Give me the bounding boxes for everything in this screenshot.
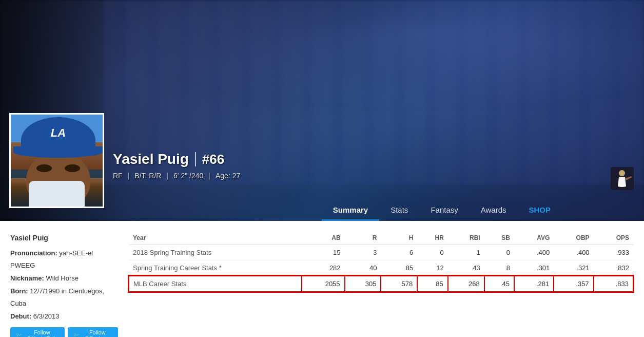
- cell-year: MLB Career Stats: [129, 276, 302, 292]
- cell-ab: 282: [302, 260, 345, 276]
- cell-obp: .400: [554, 245, 593, 260]
- bio-pronunciation: Pronunciation: yah-SEE-el PWEEG: [10, 247, 118, 272]
- tab-awards[interactable]: Awards: [470, 200, 518, 221]
- col-ab: AB: [302, 231, 345, 245]
- twitter-icon-2: 🐦: [73, 332, 80, 337]
- cell-rbi: 268: [448, 276, 484, 292]
- cell-ops: .832: [594, 260, 633, 276]
- stats-header-row: Year AB R H HR RBI SB AVG OBP OPS: [129, 231, 633, 245]
- bio-player-name: Yasiel Puig: [10, 231, 118, 245]
- stats-panel: Year AB R H HR RBI SB AVG OBP OPS 2018 S…: [128, 231, 634, 337]
- col-hr: HR: [417, 231, 448, 245]
- cell-rbi: 43: [448, 260, 484, 276]
- cell-obp: .321: [554, 260, 593, 276]
- col-r: R: [345, 231, 381, 245]
- svg-point-1: [619, 170, 625, 176]
- player-headshot: [9, 113, 104, 208]
- cell-sb: 0: [484, 245, 514, 260]
- col-ops: OPS: [594, 231, 633, 245]
- player-name: Yasiel Puig: [113, 151, 189, 167]
- player-details: RF | B/T: R/R | 6' 2" /240 | Age: 27: [113, 172, 240, 180]
- stats-table-body: 2018 Spring Training Stats1536010.400.40…: [129, 245, 633, 292]
- stats-table-header: Year AB R H HR RBI SB AVG OBP OPS: [129, 231, 633, 245]
- tab-stats[interactable]: Stats: [379, 200, 419, 221]
- twitter-icon: 🐦: [15, 332, 23, 337]
- cell-r: 3: [345, 245, 381, 260]
- col-sb: SB: [484, 231, 514, 245]
- cap-brim: [13, 146, 103, 158]
- cell-ops: .933: [594, 245, 633, 260]
- name-divider: [195, 152, 196, 166]
- follow-player-button[interactable]: 🐦 Follow @YasielPuig: [10, 327, 65, 337]
- cell-h: 578: [381, 276, 417, 292]
- cell-h: 6: [381, 245, 417, 260]
- stats-row: MLB Career Stats20553055788526845.281.35…: [129, 276, 633, 292]
- cell-avg: .281: [514, 276, 554, 292]
- age: Age: 27: [216, 172, 240, 180]
- hero-section: Yasiel Puig #66 RF | B/T: R/R | 6' 2" /2…: [0, 0, 644, 221]
- height-weight: 6' 2" /240: [173, 172, 203, 180]
- nav-tabs: Summary Stats Fantasy Awards SHOP: [0, 200, 644, 221]
- cell-ab: 15: [302, 245, 345, 260]
- stats-row: 2018 Spring Training Stats1536010.400.40…: [129, 245, 633, 260]
- col-rbi: RBI: [448, 231, 484, 245]
- cell-hr: 0: [417, 245, 448, 260]
- col-obp: OBP: [554, 231, 593, 245]
- bio-born: Born: 12/7/1990 in Cienfuegos, Cuba: [10, 285, 118, 310]
- cell-obp: .357: [554, 276, 593, 292]
- cell-r: 305: [345, 276, 381, 292]
- follow-buttons: 🐦 Follow @YasielPuig 🐦 Follow @Dodgers: [10, 327, 118, 337]
- stats-row: Spring Training Career Stats *2824085124…: [129, 260, 633, 276]
- cell-year: Spring Training Career Stats *: [129, 260, 302, 276]
- tab-shop[interactable]: SHOP: [517, 200, 562, 221]
- cell-avg: .400: [514, 245, 554, 260]
- bio-panel: Yasiel Puig Pronunciation: yah-SEE-el PW…: [10, 231, 118, 337]
- cell-h: 85: [381, 260, 417, 276]
- player-number: #66: [202, 152, 224, 167]
- cell-ops: .833: [594, 276, 633, 292]
- player-info: Yasiel Puig #66 RF | B/T: R/R | 6' 2" /2…: [113, 151, 240, 180]
- cell-rbi: 1: [448, 245, 484, 260]
- cell-sb: 8: [484, 260, 514, 276]
- col-h: H: [381, 231, 417, 245]
- tab-fantasy[interactable]: Fantasy: [419, 200, 469, 221]
- tab-summary[interactable]: Summary: [322, 200, 379, 221]
- cell-hr: 85: [417, 276, 448, 292]
- cell-r: 40: [345, 260, 381, 276]
- cell-avg: .301: [514, 260, 554, 276]
- stats-table: Year AB R H HR RBI SB AVG OBP OPS 2018 S…: [128, 231, 634, 292]
- cell-hr: 12: [417, 260, 448, 276]
- col-avg: AVG: [514, 231, 554, 245]
- col-year: Year: [129, 231, 302, 245]
- follow-team-button[interactable]: 🐦 Follow @Dodgers: [68, 327, 118, 337]
- cell-sb: 45: [484, 276, 514, 292]
- content-area: Yasiel Puig Pronunciation: yah-SEE-el PW…: [0, 221, 644, 337]
- cell-year: 2018 Spring Training Stats: [129, 245, 302, 260]
- bio-debut: Debut: 6/3/2013: [10, 310, 118, 323]
- mlb-players-logo: [611, 167, 634, 190]
- cell-ab: 2055: [302, 276, 345, 292]
- position: RF: [113, 172, 123, 180]
- bats-throws: B/T: R/R: [134, 172, 161, 180]
- bio-nickname: Nickname: Wild Horse: [10, 272, 118, 285]
